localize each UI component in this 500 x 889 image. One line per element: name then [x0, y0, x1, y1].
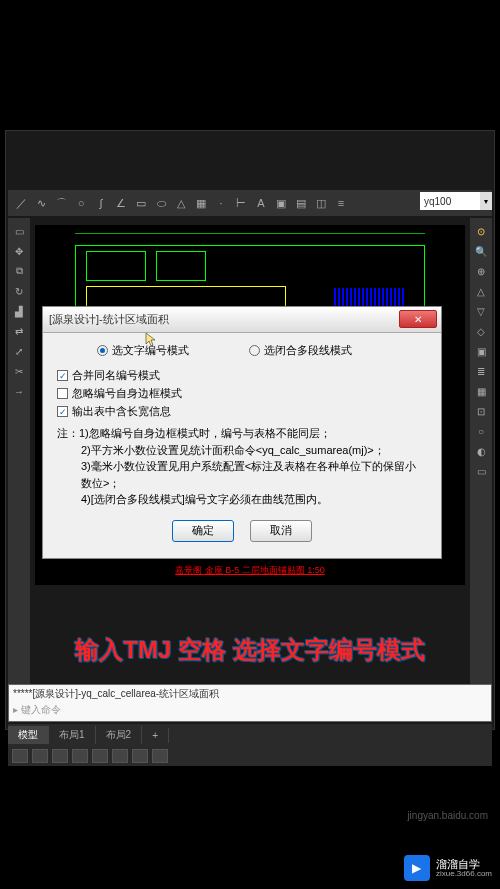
status-bar — [8, 746, 492, 766]
extend-tool-icon[interactable]: → — [10, 382, 28, 400]
checkbox-merge-same-name[interactable]: ✓ 合并同名编号模式 — [57, 368, 427, 383]
radio-icon — [97, 345, 108, 356]
mode-radio-group: 选文字编号模式 选闭合多段线模式 — [57, 343, 427, 358]
radio-text-number-mode[interactable]: 选文字编号模式 — [97, 343, 189, 358]
layers-tool-icon[interactable]: ≣ — [472, 362, 490, 380]
cancel-button[interactable]: 取消 — [250, 520, 312, 542]
props-tool-icon[interactable]: ▣ — [472, 342, 490, 360]
instruction-overlay: 输入TMJ 空格 选择文字编号模式 — [10, 634, 490, 666]
drawing-title: 嘉景阁 金座 B-5 二层地面铺贴图 1:50 — [175, 564, 325, 577]
tab-model[interactable]: 模型 — [8, 726, 49, 744]
view1-tool-icon[interactable]: △ — [472, 282, 490, 300]
arc-tool-icon[interactable]: ⌒ — [52, 194, 70, 212]
spline-tool-icon[interactable]: ∫ — [92, 194, 110, 212]
move-tool-icon[interactable]: ✥ — [10, 242, 28, 260]
play-icon: ▶ — [404, 855, 430, 881]
rotate-tool-icon[interactable]: ↻ — [10, 282, 28, 300]
note-line: 1)忽略编号自身边框模式时，编号与表格不能同层； — [79, 427, 331, 439]
area-stats-dialog: [源泉设计]-统计区域面积 ✕ 选文字编号模式 选闭合多段线模式 ✓ 合并同名编… — [42, 306, 442, 559]
radio-icon — [249, 345, 260, 356]
note-line: 2)平方米小数位设置见统计面积命令<yq_calc_sumarea(mj)>； — [81, 442, 427, 459]
tab-add[interactable]: + — [142, 728, 169, 743]
tab-layout1[interactable]: 布局1 — [49, 726, 96, 744]
radio-polyline-mode[interactable]: 选闭合多段线模式 — [249, 343, 352, 358]
dialog-title: [源泉设计]-统计区域面积 — [49, 312, 169, 327]
trim-tool-icon[interactable]: ✂ — [10, 362, 28, 380]
room-line — [156, 251, 206, 281]
copy-tool-icon[interactable]: ⧉ — [10, 262, 28, 280]
notes-label: 注： — [57, 427, 79, 439]
block-tool-icon[interactable]: ▣ — [272, 194, 290, 212]
radio-label: 选闭合多段线模式 — [264, 343, 352, 358]
checkbox-icon: ✓ — [57, 370, 68, 381]
dialog-titlebar[interactable]: [源泉设计]-统计区域面积 ✕ — [43, 307, 441, 333]
status-icon[interactable] — [32, 749, 48, 763]
command-prompt: ▸ 键入命令 — [13, 703, 487, 717]
notes-block: 注：1)忽略编号自身边框模式时，编号与表格不能同层； 2)平方米小数位设置见统计… — [57, 425, 427, 508]
note-line: 3)毫米小数位设置见用户系统配置<标注及表格在各种单位下的保留小数位>； — [81, 458, 427, 491]
pan-tool-icon[interactable]: ⊙ — [472, 222, 490, 240]
more1-tool-icon[interactable]: ○ — [472, 422, 490, 440]
checkbox-icon: ✓ — [57, 406, 68, 417]
select-tool-icon[interactable]: ▭ — [10, 222, 28, 240]
search-input[interactable]: yq100 — [420, 192, 480, 210]
checkbox-label: 合并同名编号模式 — [72, 368, 160, 383]
checkbox-ignore-border[interactable]: 忽略编号自身边框模式 — [57, 386, 427, 401]
close-button[interactable]: ✕ — [399, 310, 437, 328]
baidu-watermark: jingyan.baidu.com — [407, 810, 488, 821]
checkbox-output-dimensions[interactable]: ✓ 输出表中含长宽信息 — [57, 404, 427, 419]
angle-tool-icon[interactable]: ∠ — [112, 194, 130, 212]
view3-tool-icon[interactable]: ◇ — [472, 322, 490, 340]
status-icon[interactable] — [112, 749, 128, 763]
more2-tool-icon[interactable]: ◐ — [472, 442, 490, 460]
tri-tool-icon[interactable]: △ — [172, 194, 190, 212]
polyline-tool-icon[interactable]: ∿ — [32, 194, 50, 212]
zoom-tool-icon[interactable]: 🔍 — [472, 242, 490, 260]
ok-button[interactable]: 确定 — [172, 520, 234, 542]
circle-tool-icon[interactable]: ○ — [72, 194, 90, 212]
table-tool-icon[interactable]: ▤ — [292, 194, 310, 212]
checkbox-label: 输出表中含长宽信息 — [72, 404, 171, 419]
view2-tool-icon[interactable]: ▽ — [472, 302, 490, 320]
rect-tool-icon[interactable]: ▭ — [132, 194, 150, 212]
status-icon[interactable] — [132, 749, 148, 763]
status-icon[interactable] — [92, 749, 108, 763]
more3-tool-icon[interactable]: ▭ — [472, 462, 490, 480]
status-icon[interactable] — [152, 749, 168, 763]
brand-watermark: ▶ 溜溜自学 zixue.3d66.com — [404, 855, 492, 881]
layer-tool-icon[interactable]: ◫ — [312, 194, 330, 212]
status-icon[interactable] — [72, 749, 88, 763]
watermark-text: 溜溜自学 zixue.3d66.com — [436, 858, 492, 879]
snap-tool-icon[interactable]: ⊡ — [472, 402, 490, 420]
brand-url: zixue.3d66.com — [436, 870, 492, 879]
room-line — [86, 251, 146, 281]
search-dropdown-icon[interactable]: ▾ — [480, 192, 492, 210]
line-tool-icon[interactable]: ／ — [12, 194, 30, 212]
mirror-tool-icon[interactable]: ▟ — [10, 302, 28, 320]
brand-name: 溜溜自学 — [436, 858, 492, 870]
dialog-body: 选文字编号模式 选闭合多段线模式 ✓ 合并同名编号模式 忽略编号自身边框模式 ✓… — [43, 333, 441, 558]
command-output: *****[源泉设计]-yq_calc_cellarea-统计区域面积 — [13, 687, 487, 701]
measure-tool-icon[interactable]: ≡ — [332, 194, 350, 212]
scale-tool-icon[interactable]: ⤢ — [10, 342, 28, 360]
orbit-tool-icon[interactable]: ⊕ — [472, 262, 490, 280]
dialog-buttons: 确定 取消 — [57, 520, 427, 542]
offset-tool-icon[interactable]: ⇄ — [10, 322, 28, 340]
text-tool-icon[interactable]: A — [252, 194, 270, 212]
checkbox-icon — [57, 388, 68, 399]
cursor-pointer-icon — [145, 332, 159, 348]
command-line[interactable]: *****[源泉设计]-yq_calc_cellarea-统计区域面积 ▸ 键入… — [8, 684, 492, 722]
dim-tool-icon[interactable]: ⊢ — [232, 194, 250, 212]
grid-tool-icon[interactable]: ▦ — [472, 382, 490, 400]
ellipse-tool-icon[interactable]: ⬭ — [152, 194, 170, 212]
note-line: 4)[选闭合多段线模式]编号文字必须在曲线范围内。 — [81, 491, 427, 508]
status-icon[interactable] — [12, 749, 28, 763]
dimension-line — [75, 233, 425, 234]
tab-layout2[interactable]: 布局2 — [96, 726, 143, 744]
checkbox-label: 忽略编号自身边框模式 — [72, 386, 182, 401]
status-icon[interactable] — [52, 749, 68, 763]
hatch-tool-icon[interactable]: ▦ — [192, 194, 210, 212]
point-tool-icon[interactable]: · — [212, 194, 230, 212]
layout-tabs: 模型 布局1 布局2 + — [8, 724, 492, 746]
